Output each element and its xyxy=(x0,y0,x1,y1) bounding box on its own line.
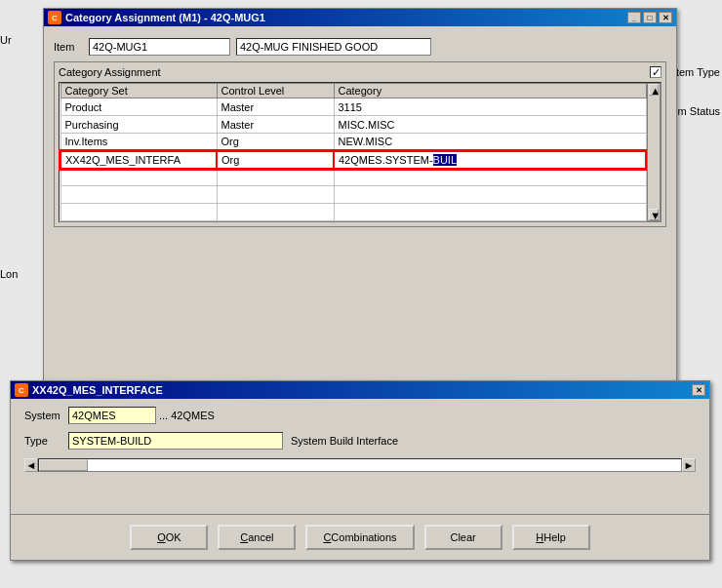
cell-cat-set-selected: XX42Q_MES_INTERFA xyxy=(60,151,217,169)
title-bar-buttons: _ □ ✕ xyxy=(627,12,672,23)
scroll-up-arrow[interactable]: ▲ xyxy=(649,84,659,96)
cell-category-text: 42QMES.SYSTEM- xyxy=(339,154,433,166)
cell-category: MISC.MISC xyxy=(334,116,646,134)
second-dialog-icon: C xyxy=(15,383,28,397)
second-dialog-title: XX42Q_MES_INTERFACE xyxy=(32,384,163,396)
button-bar: OOK Cancel CCombinations Clear HHelp xyxy=(11,514,709,560)
main-dialog-titlebar[interactable]: C Category Assignment (M1) - 42Q-MUG1 _ … xyxy=(44,9,676,26)
cell-category-selected: 42QMES.SYSTEM-BUIL xyxy=(334,151,646,169)
system-input[interactable] xyxy=(68,407,156,424)
bg-label-ur: Ur xyxy=(0,34,12,46)
type-row: Type System Build Interface xyxy=(24,432,696,450)
second-close-button[interactable]: ✕ xyxy=(692,384,705,396)
main-dialog-title: Category Assignment (M1) - 42Q-MUG1 xyxy=(65,12,265,23)
table-row-empty xyxy=(60,204,646,221)
col-header-category: Category xyxy=(334,84,646,98)
cell-category-highlight: BUIL xyxy=(433,154,457,166)
second-dialog: C XX42Q_MES_INTERFACE ✕ System ... 42QME… xyxy=(10,380,710,561)
scroll-track-h xyxy=(38,458,682,472)
second-content: System ... 42QMES Type System Build Inte… xyxy=(11,399,709,483)
scroll-thumb-h xyxy=(39,459,88,471)
col-header-control-level: Control Level xyxy=(217,84,334,98)
category-section: Category Assignment ✓ Category Set Contr… xyxy=(54,61,666,227)
item-row: Item xyxy=(54,38,666,56)
cell-control: Org xyxy=(217,134,334,151)
cell-cat-set: Inv.Items xyxy=(60,134,217,151)
main-dialog-icon: C xyxy=(48,11,61,24)
item-code-input[interactable] xyxy=(89,38,230,56)
cell-category: NEW.MISC xyxy=(334,134,646,151)
table-scrollbar[interactable]: ▲ ▼ xyxy=(647,83,661,221)
main-dialog: C Category Assignment (M1) - 42Q-MUG1 _ … xyxy=(43,8,677,388)
table-container: Category Set Control Level Category Prod… xyxy=(59,82,662,222)
table-row-empty xyxy=(60,169,646,186)
bg-label-lon: Lon xyxy=(0,268,18,280)
type-input[interactable] xyxy=(68,432,283,450)
bg-label-item-type: Item Type xyxy=(673,66,720,78)
system-row: System ... 42QMES xyxy=(24,407,696,424)
cell-control-selected: Org xyxy=(217,151,334,169)
scroll-left-arrow[interactable]: ◄ xyxy=(24,458,38,472)
system-label: System xyxy=(24,410,68,421)
table-row[interactable]: Product Master 3115 xyxy=(60,98,646,116)
minimize-button[interactable]: _ xyxy=(627,12,641,23)
table-header-row: Category Set Control Level Category xyxy=(60,84,646,98)
section-header: Category Assignment ✓ xyxy=(59,66,662,78)
type-label: Type xyxy=(24,435,68,447)
scroll-right-arrow[interactable]: ► xyxy=(682,458,696,472)
category-table: Category Set Control Level Category Prod… xyxy=(60,83,647,221)
cell-control: Master xyxy=(217,116,334,134)
ok-button[interactable]: OOK xyxy=(130,525,208,550)
maximize-button[interactable]: □ xyxy=(643,12,657,23)
cell-cat-set: Product xyxy=(60,98,217,116)
second-dialog-titlebar[interactable]: C XX42Q_MES_INTERFACE ✕ xyxy=(11,381,709,399)
item-label: Item xyxy=(54,41,83,53)
help-button[interactable]: HHelp xyxy=(512,525,590,550)
system-value: 42QMES xyxy=(171,410,215,421)
clear-button[interactable]: Clear xyxy=(424,525,502,550)
close-button[interactable]: ✕ xyxy=(659,12,672,23)
cell-control: Master xyxy=(217,98,334,116)
cell-cat-set: Purchasing xyxy=(60,116,217,134)
col-header-category-set: Category Set xyxy=(60,84,217,98)
table-row[interactable]: Purchasing Master MISC.MISC xyxy=(60,116,646,134)
section-title: Category Assignment xyxy=(59,66,161,78)
scroll-down-arrow[interactable]: ▼ xyxy=(649,209,659,220)
type-desc: System Build Interface xyxy=(291,435,398,447)
table-row-empty xyxy=(60,186,646,204)
cell-category: 3115 xyxy=(334,98,646,116)
horizontal-scrollbar[interactable]: ◄ ► xyxy=(24,457,696,473)
item-desc-input[interactable] xyxy=(236,38,431,56)
combinations-button[interactable]: CCombinations xyxy=(305,525,414,550)
system-arrow-dots: ... xyxy=(159,410,168,421)
table-row[interactable]: Inv.Items Org NEW.MISC xyxy=(60,134,646,151)
cancel-button[interactable]: Cancel xyxy=(218,525,296,550)
main-content: Item Category Assignment ✓ Category Set … xyxy=(44,26,676,239)
table-row-selected[interactable]: XX42Q_MES_INTERFA Org 42QMES.SYSTEM-BUIL xyxy=(60,151,646,169)
category-checkbox[interactable]: ✓ xyxy=(650,66,662,78)
